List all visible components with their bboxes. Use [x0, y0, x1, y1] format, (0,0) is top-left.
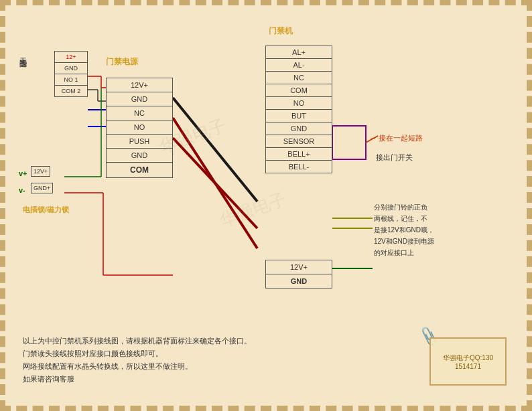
- exit-button-annotation: 接出门开关: [376, 153, 413, 163]
- stamp-box: 华强电子QQ:130 1514171: [429, 337, 507, 386]
- controller-box: AL+ AL- NC COM NO BUT GND SENSOR BELL+ B…: [265, 46, 332, 173]
- power-supply-box: 12V+ GND NC NO PUSH GND COM: [106, 78, 173, 178]
- watermark2: 华强电子: [216, 187, 290, 232]
- svg-rect-12: [332, 126, 366, 159]
- controller-title: 门禁机: [269, 25, 293, 37]
- gnd-box-label: GND+: [31, 183, 53, 193]
- 12v-box-label: 12V+: [31, 166, 50, 177]
- wireless-box: 12+ GND NO 1 COM 2: [54, 51, 88, 97]
- wireless-remote-label: 无线遥控: [17, 52, 29, 55]
- v-plus-label: v+: [19, 169, 27, 177]
- power-supply-title: 门禁电源: [106, 56, 138, 68]
- inner-content: 无线遥控 12+ GND NO 1 COM 2 门禁电源 12V+ GND NC…: [11, 11, 521, 400]
- svg-line-0: [173, 98, 257, 201]
- stamp-line2: 1514171: [455, 363, 481, 370]
- svg-line-1: [173, 118, 257, 248]
- v-minus-label: v-: [19, 186, 25, 194]
- lock-label: 电插锁/磁力锁: [23, 205, 69, 215]
- bottom-note: 以上为中控门禁机系列接线图，请根据机器背面标注来确定各个接口。 门禁读头接线按照…: [23, 335, 251, 386]
- svg-line-2: [173, 138, 257, 228]
- short-circuit-annotation: → 接在一起短路: [369, 133, 423, 143]
- bell-annotation: 分别接门铃的正负 两根线，记住，不 是接12V和GND哦， 12V和GND接到电…: [374, 201, 434, 258]
- outer-border: 无线遥控 12+ GND NO 1 COM 2 门禁电源 12V+ GND NC…: [0, 0, 532, 411]
- stamp-line1: 华强电子QQ:130: [443, 353, 493, 363]
- bottom-terminals-box: 12V+ GND: [265, 260, 332, 289]
